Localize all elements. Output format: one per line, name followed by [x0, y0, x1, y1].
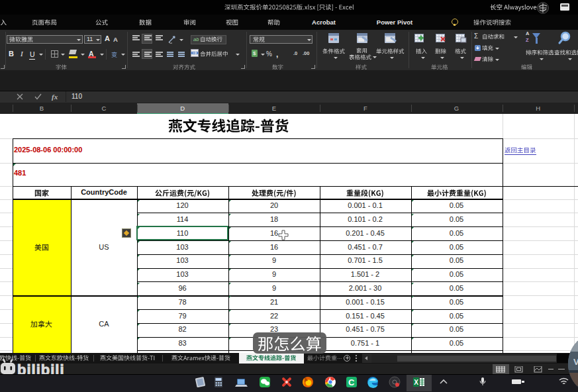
- svg-text:C: C: [348, 377, 355, 387]
- svg-text:X: X: [414, 379, 418, 386]
- svg-text:fx: fx: [52, 93, 58, 101]
- svg-text:VIC: VIC: [573, 357, 578, 367]
